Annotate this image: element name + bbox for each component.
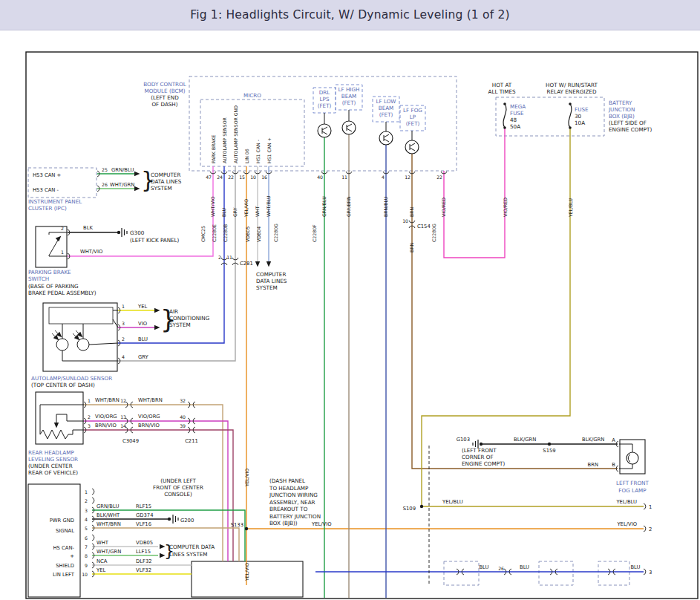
label: 6 — [85, 535, 88, 541]
label: SYSTEM — [151, 185, 172, 192]
label: BRN/BLU — [383, 197, 388, 217]
fuse-icon — [569, 104, 572, 128]
label: BLK — [83, 225, 93, 231]
label: BLU — [479, 564, 488, 570]
label: 1 — [88, 398, 91, 403]
label: VLF32 — [136, 567, 151, 573]
label: YEL/VIO — [311, 521, 332, 527]
label: 14 — [120, 423, 126, 428]
arrow-icon — [266, 261, 271, 267]
label: WHT/GRN — [110, 182, 134, 188]
label: BOX (BJB)) — [269, 520, 298, 526]
label: SYSTEM — [256, 284, 278, 291]
label: HS3 CAN + — [33, 172, 61, 178]
autolamp-internal — [62, 350, 118, 361]
connector-pin-icon — [92, 535, 94, 541]
splice-dot-icon — [117, 231, 120, 234]
label: LIN LEFT — [53, 572, 75, 578]
connector-pin-icon — [644, 503, 646, 509]
connector-pin-icon — [644, 526, 646, 532]
label: S159 — [543, 448, 555, 454]
label: FRONT OF CENTER — [153, 484, 203, 491]
label: WHT — [97, 540, 109, 546]
lamp-icon — [628, 454, 630, 462]
label: AUTOLAMP/SUNLOAD SENSOR — [31, 375, 112, 382]
label: HS1 CAN - — [255, 140, 261, 163]
label: 25 — [102, 167, 108, 172]
label: GRY — [138, 354, 149, 360]
arrow-icon — [134, 172, 140, 176]
label: 10 — [402, 218, 408, 224]
arrow-icon — [154, 325, 160, 330]
label: 3 — [649, 570, 652, 575]
label: YEL/VIO — [244, 563, 249, 581]
label: COMPUTER — [256, 271, 286, 278]
label: ASSEMBLY, NEAR — [269, 499, 315, 506]
label: 9 — [85, 563, 88, 568]
label: BATTERY JUNCTION — [269, 513, 321, 520]
label: BLK/WHT — [97, 512, 120, 518]
diagram-border — [26, 52, 698, 599]
label: GRY/BRN — [346, 196, 351, 217]
label: LF HIGH — [338, 86, 360, 93]
label: GRN/BLU — [321, 196, 327, 217]
label: GRN/BLU — [97, 503, 119, 509]
label: 30 — [575, 113, 582, 120]
label: 1 — [61, 250, 64, 255]
label: CONSOLE) — [164, 491, 192, 498]
photocell-icon — [77, 339, 89, 350]
label: 4 — [85, 517, 88, 522]
label: BRN/VIO — [95, 423, 117, 428]
autolamp-gry-wire — [118, 166, 235, 361]
label: VIO/ORG — [95, 414, 117, 420]
label: (FET) — [406, 120, 420, 127]
label: 10 — [250, 175, 256, 180]
label: A — [612, 437, 615, 443]
label: WHT — [255, 206, 260, 217]
label: LF FOG — [403, 107, 422, 114]
label: BRN — [588, 462, 598, 468]
label: C154 — [417, 224, 431, 229]
switch-internal — [49, 232, 67, 235]
label: WHT/VIO — [210, 196, 215, 217]
label: TO HEADLAMP — [269, 485, 309, 492]
label: YEL/BLU — [568, 198, 573, 218]
label: BODY CONTROL — [143, 81, 186, 88]
label: WHT/BRN — [97, 521, 121, 527]
label: AUTOLAMP SENSOR GND — [233, 105, 238, 163]
label: YEL/VIO — [244, 469, 249, 487]
label: ALL TIMES — [488, 88, 515, 95]
label: MEGA — [510, 103, 526, 110]
label: VDB04 — [256, 226, 261, 242]
label: + — [70, 553, 74, 559]
label: BREAKOUT TO — [269, 506, 308, 512]
autolamp-inner-box — [49, 307, 113, 324]
arrow-icon — [154, 308, 160, 313]
arrow-icon — [255, 261, 260, 267]
leveling-resistor — [40, 430, 73, 439]
label: 8 — [85, 553, 88, 558]
label: (FET) — [379, 111, 393, 118]
label: JUNCTION — [608, 106, 635, 113]
label: YEL/BLU — [615, 499, 637, 505]
leveling-internal — [73, 430, 84, 434]
label: 50A — [510, 123, 520, 130]
label: C2280B — [223, 224, 228, 242]
label: VLF16 — [136, 521, 151, 527]
label: (UNDER CENTER — [28, 463, 73, 469]
connector-pin-icon — [92, 498, 94, 503]
label: BOX (BJB) — [609, 113, 635, 120]
label: FUSE — [575, 106, 589, 113]
label: S133 — [231, 522, 243, 528]
label: SYSTEM — [169, 322, 191, 328]
label: C281 — [240, 261, 253, 267]
label: LIN 06 — [244, 149, 249, 163]
label: 39 — [180, 423, 186, 428]
label: 26 — [102, 182, 108, 187]
label: COMPUTER — [151, 172, 180, 178]
label: VIO/RED — [441, 198, 446, 217]
label: HOT AT — [492, 82, 512, 88]
label: G103 — [457, 437, 470, 443]
foglamp-internal — [619, 444, 632, 452]
label: FUSE — [510, 110, 524, 117]
